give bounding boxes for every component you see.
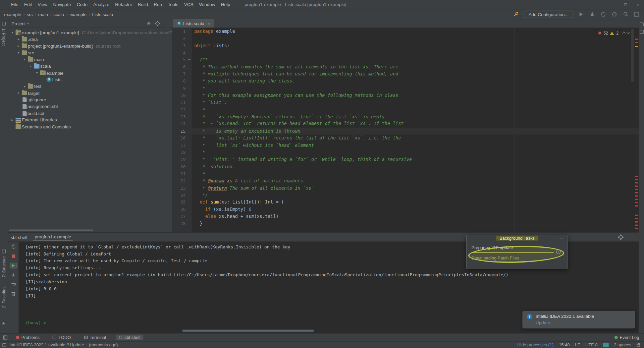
- status-badge[interactable]: [603, 343, 609, 347]
- tool-stripe-structure[interactable]: 7: Structure: [2, 256, 6, 277]
- project-stripe-icon[interactable]: [2, 22, 6, 25]
- menu-tools[interactable]: Tools: [165, 2, 181, 7]
- soft-wrap-icon[interactable]: [10, 282, 17, 287]
- clear-all-trash-icon[interactable]: [10, 291, 17, 297]
- minimize-panel-icon[interactable]: —: [629, 235, 634, 240]
- favorites-star-icon[interactable]: ★: [2, 321, 5, 326]
- prev-issue-icon[interactable]: [622, 32, 626, 35]
- breadcrumb-main[interactable]: main: [38, 12, 48, 17]
- error-mark[interactable]: [635, 46, 638, 47]
- menu-analyze[interactable]: Analyze: [90, 2, 112, 7]
- breadcrumb-example[interactable]: example: [69, 12, 87, 17]
- tool-tab-todo[interactable]: TODO: [50, 335, 74, 340]
- code-line[interactable]: 20 * solution.: [172, 163, 639, 170]
- project-tree-hscrollbar[interactable]: [9, 229, 93, 231]
- tool-tab-problems[interactable]: Problems: [13, 335, 42, 340]
- tree-chevron-icon[interactable]: ▾: [22, 58, 27, 61]
- code-line[interactable]: 16 * - `xs.tail: List[Int]` returns the …: [172, 135, 639, 142]
- line-separator[interactable]: LF: [575, 342, 580, 347]
- tool-stripe-favorites[interactable]: 2: Favorites: [2, 287, 6, 308]
- error-mark[interactable]: [635, 225, 638, 226]
- tree-item-src[interactable]: ▾src: [8, 49, 172, 56]
- error-mark[interactable]: [635, 205, 638, 207]
- code-line[interactable]: 27 else xs.head + sum(xs.tail): [172, 213, 639, 220]
- menu-edit[interactable]: Edit: [21, 2, 35, 7]
- code-line[interactable]: 10 * For this example assignment you can…: [172, 92, 639, 99]
- locate-file-icon[interactable]: ⊕: [147, 21, 151, 26]
- tree-item-gitignore[interactable]: .gitignore: [8, 97, 172, 103]
- maven-stripe-icon[interactable]: [640, 22, 644, 26]
- code-line[interactable]: 5− /**: [172, 56, 639, 63]
- tool-tab-terminal[interactable]: Terminal: [81, 335, 109, 340]
- run-button[interactable]: [578, 11, 585, 17]
- code-line[interactable]: 8 * you will learn during the class.: [172, 78, 639, 85]
- code-line[interactable]: 4: [172, 49, 639, 56]
- code-line[interactable]: 23 * @return The sum of all elements in …: [172, 184, 639, 191]
- fold-marker-icon[interactable]: −: [187, 192, 191, 199]
- code-line[interactable]: 12 *: [172, 106, 639, 113]
- error-mark[interactable]: [635, 202, 638, 203]
- tree-item-project-progfun1-example-build[interactable]: ▸project [progfun1-example-build]sources…: [8, 43, 172, 49]
- rerun-icon[interactable]: [10, 244, 17, 249]
- caret-position[interactable]: 15:40: [559, 342, 570, 347]
- editor-vscrollbar[interactable]: [631, 29, 634, 82]
- structure-stripe-icon[interactable]: [2, 249, 6, 253]
- statusbar-toolwindow-icon[interactable]: [2, 343, 6, 347]
- error-mark[interactable]: [635, 182, 638, 184]
- error-mark[interactable]: [635, 218, 638, 219]
- attach-icon[interactable]: [10, 263, 17, 269]
- code-line[interactable]: 14 * - `xs.head: Int` returns the head e…: [172, 120, 639, 127]
- tree-item-external-libraries[interactable]: ▸External Libraries: [8, 117, 172, 123]
- tree-chevron-icon[interactable]: ▸: [16, 38, 21, 41]
- error-mark[interactable]: [635, 199, 638, 200]
- menu-navigate[interactable]: Navigate: [50, 2, 74, 7]
- tool-windows-layout-icon[interactable]: [633, 11, 640, 17]
- tree-chevron-icon[interactable]: ▸: [10, 118, 15, 122]
- error-mark[interactable]: [635, 215, 638, 216]
- breadcrumb-scala[interactable]: scala: [53, 12, 64, 17]
- tool-tab-sbt-shell[interactable]: sbt shell: [116, 335, 143, 340]
- code-line[interactable]: 1package example: [172, 28, 639, 35]
- code-line[interactable]: 28 }: [172, 220, 639, 227]
- menu-vcs[interactable]: VCS: [181, 2, 196, 7]
- breadcrumb-src[interactable]: src: [26, 12, 33, 17]
- menu-file[interactable]: File: [8, 2, 21, 7]
- code-line[interactable]: 19 * ''Hint:'' instead of writing a `for…: [172, 156, 639, 163]
- error-mark[interactable]: [635, 185, 638, 187]
- menu-view[interactable]: View: [35, 2, 50, 7]
- tree-item-target[interactable]: ▸target: [8, 90, 172, 97]
- update-link[interactable]: Update...: [536, 320, 594, 325]
- tree-chevron-icon[interactable]: ▸: [16, 44, 21, 48]
- code-line[interactable]: 7 * multiple techniques that can be used…: [172, 71, 639, 78]
- next-issue-icon[interactable]: [627, 31, 630, 34]
- sbt-tab-progfun1-example[interactable]: progfun1-example: [33, 234, 72, 241]
- scroll-to-end-icon[interactable]: [10, 272, 17, 278]
- menu-help[interactable]: Help: [218, 2, 233, 7]
- hide-panel-icon[interactable]: —: [164, 21, 169, 26]
- project-panel-title[interactable]: Project: [11, 21, 25, 26]
- search-everywhere-icon[interactable]: [622, 11, 629, 17]
- readonly-lock-icon[interactable]: [637, 344, 640, 347]
- tree-item-build-sbt[interactable]: build.sbt: [8, 110, 172, 117]
- code-line[interactable]: 25 def sum(xs: List[Int]): Int = {: [172, 199, 639, 206]
- code-line[interactable]: 2: [172, 35, 639, 42]
- stop-icon[interactable]: [10, 253, 17, 259]
- breadcrumb-example[interactable]: example: [4, 12, 21, 17]
- coverage-icon[interactable]: [600, 11, 607, 17]
- tree-item-assignment-sbt[interactable]: assignment.sbt: [8, 103, 172, 110]
- editor-code[interactable]: 1package example23object Lists:45− /**6 …: [172, 28, 639, 232]
- tree-item-lists[interactable]: OLists: [8, 76, 172, 83]
- event-log-button[interactable]: Event Log: [614, 335, 641, 340]
- menu-refactor[interactable]: Refactor: [112, 2, 135, 7]
- code-line[interactable]: 26 if (xs.isEmpty) 0: [172, 206, 639, 213]
- tree-item-example-progfun1-example[interactable]: ▾example [progfun1-example]C:\Users\jaim…: [8, 29, 172, 36]
- error-mark[interactable]: [635, 192, 638, 193]
- cancel-task-icon[interactable]: ×: [556, 249, 560, 254]
- file-encoding[interactable]: UTF-8: [585, 342, 597, 347]
- tree-item-example[interactable]: ▾example: [8, 69, 172, 76]
- error-mark[interactable]: [635, 179, 638, 180]
- error-mark[interactable]: [635, 42, 638, 43]
- code-line[interactable]: 18 *: [172, 149, 639, 156]
- error-mark[interactable]: [635, 39, 638, 40]
- tree-item-main[interactable]: ▾main: [8, 56, 172, 63]
